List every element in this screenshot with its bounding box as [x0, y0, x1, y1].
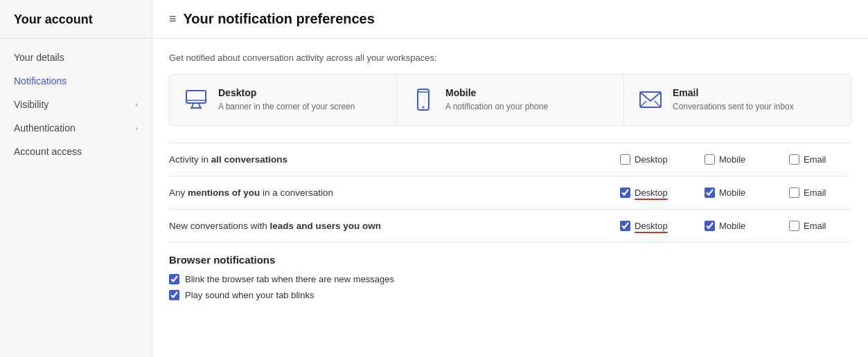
checkbox-label-all-conversations-email: Email	[804, 154, 826, 165]
browser-notif-item-play-sound: Play sound when your tab blinks	[169, 290, 851, 300]
checkbox-label-all-conversations-mobile: Mobile	[719, 154, 745, 165]
svg-line-9	[640, 101, 646, 107]
main-body: Get notified about conversation activity…	[152, 39, 868, 331]
notif-checkbox-mentions-mobile[interactable]: Mobile	[705, 187, 767, 198]
checkbox-leads-users-mobile[interactable]	[705, 221, 715, 231]
browser-notifications-section: Browser notifications Blink the browser …	[169, 243, 851, 317]
desktop-channel-info: DesktopA banner in the corner of your sc…	[218, 87, 355, 113]
browser-notif-label-play-sound: Play sound when your tab blinks	[185, 290, 314, 300]
sidebar-nav: Your detailsNotificationsVisibility›Auth…	[0, 39, 152, 170]
channel-card-mobile: MobileA notification on your phone	[397, 75, 624, 125]
chevron-right-icon: ›	[135, 124, 138, 132]
notif-checkbox-all-conversations-mobile[interactable]: Mobile	[705, 154, 767, 165]
checkbox-play-sound[interactable]	[169, 290, 179, 300]
notif-checkboxes-all-conversations: DesktopMobileEmail	[620, 154, 851, 165]
email-channel-icon	[638, 87, 663, 112]
underline-mentions-desktop: Desktop	[635, 187, 668, 198]
desktop-channel-icon	[184, 87, 209, 112]
checkbox-all-conversations-mobile[interactable]	[705, 154, 715, 165]
notif-label-mentions: Any mentions of you in a conversation	[169, 187, 620, 198]
sidebar-item-account-access[interactable]: Account access	[0, 140, 152, 163]
channel-cards: DesktopA banner in the corner of your sc…	[169, 74, 851, 126]
checkbox-mentions-desktop[interactable]	[620, 187, 630, 198]
mobile-channel-info: MobileA notification on your phone	[445, 87, 548, 113]
svg-point-6	[423, 107, 425, 109]
desktop-channel-label: Desktop	[218, 87, 355, 98]
checkbox-label-mentions-mobile: Mobile	[719, 187, 745, 198]
svg-line-1	[192, 103, 193, 108]
sidebar-item-label: Authentication	[14, 122, 76, 134]
notif-label-all-conversations: Activity in all conversations	[169, 154, 620, 165]
notif-checkbox-mentions-desktop[interactable]: Desktop	[620, 187, 682, 198]
mobile-channel-description: A notification on your phone	[445, 101, 548, 113]
notif-checkbox-leads-users-mobile[interactable]: Mobile	[705, 221, 767, 231]
checkbox-all-conversations-email[interactable]	[789, 154, 799, 165]
page-title: Your notification preferences	[184, 11, 375, 27]
notif-checkbox-leads-users-desktop[interactable]: Desktop	[620, 221, 682, 231]
checkbox-mentions-mobile[interactable]	[705, 187, 715, 198]
email-channel-info: EmailConversations sent to your inbox	[673, 87, 794, 113]
email-channel-description: Conversations sent to your inbox	[673, 101, 794, 113]
hamburger-icon[interactable]: ≡	[169, 12, 177, 26]
notif-row-leads-users: New conversations with leads and users y…	[169, 210, 851, 243]
notif-checkbox-mentions-email[interactable]: Email	[789, 187, 851, 198]
sidebar-item-label: Account access	[14, 146, 82, 157]
email-channel-label: Email	[673, 87, 794, 98]
svg-line-10	[655, 101, 661, 107]
channel-card-email: EmailConversations sent to your inbox	[624, 75, 851, 125]
checkbox-label-mentions-email: Email	[804, 187, 826, 198]
notif-label-bold-leads-users: leads and users you own	[270, 221, 382, 231]
sidebar-item-visibility[interactable]: Visibility›	[0, 93, 152, 116]
mobile-channel-label: Mobile	[445, 87, 548, 98]
checkbox-label-leads-users-email: Email	[804, 221, 826, 231]
notif-row-mentions: Any mentions of you in a conversationDes…	[169, 176, 851, 210]
notif-label-bold-mentions: mentions of you	[188, 187, 260, 198]
checkbox-blink-tab[interactable]	[169, 274, 179, 284]
notif-checkbox-all-conversations-email[interactable]: Email	[789, 154, 851, 165]
notif-label-bold-all-conversations: all conversations	[211, 154, 287, 165]
browser-notifications-title: Browser notifications	[169, 254, 851, 266]
checkbox-label-leads-users-mobile: Mobile	[719, 221, 745, 231]
checkbox-leads-users-email[interactable]	[789, 221, 799, 231]
checkbox-label-mentions-desktop: Desktop	[635, 187, 668, 198]
browser-notif-item-blink-tab: Blink the browser tab when there are new…	[169, 274, 851, 284]
main-content: ≡ Your notification preferences Get noti…	[152, 0, 868, 357]
underline-leads-users-desktop: Desktop	[635, 221, 668, 231]
notif-row-all-conversations: Activity in all conversationsDesktopMobi…	[169, 143, 851, 176]
sidebar-title: Your account	[0, 0, 152, 39]
main-header: ≡ Your notification preferences	[152, 0, 868, 39]
notif-label-leads-users: New conversations with leads and users y…	[169, 221, 620, 231]
email-icon	[638, 87, 663, 112]
checkbox-all-conversations-desktop[interactable]	[620, 154, 630, 165]
sidebar-item-label: Your details	[14, 52, 64, 63]
mobile-channel-icon	[411, 87, 436, 112]
checkbox-mentions-email[interactable]	[789, 187, 799, 198]
notif-checkboxes-mentions: DesktopMobileEmail	[620, 187, 851, 198]
desktop-channel-description: A banner in the corner of your screen	[218, 101, 355, 113]
chevron-right-icon: ›	[135, 100, 138, 109]
sidebar: Your account Your detailsNotificationsVi…	[0, 0, 152, 357]
desktop-icon	[184, 87, 209, 112]
notification-section: Activity in all conversationsDesktopMobi…	[169, 143, 851, 243]
checkbox-label-leads-users-desktop: Desktop	[635, 221, 668, 231]
browser-notifications-items: Blink the browser tab when there are new…	[169, 274, 851, 300]
svg-line-2	[199, 103, 200, 108]
notif-checkbox-leads-users-email[interactable]: Email	[789, 221, 851, 231]
mobile-icon	[411, 87, 436, 112]
sidebar-item-authentication[interactable]: Authentication›	[0, 116, 152, 140]
browser-notif-label-blink-tab: Blink the browser tab when there are new…	[185, 274, 394, 284]
sidebar-item-label: Notifications	[14, 75, 67, 86]
channel-card-desktop: DesktopA banner in the corner of your sc…	[170, 75, 397, 125]
checkbox-leads-users-desktop[interactable]	[620, 221, 630, 231]
checkbox-label-all-conversations-desktop: Desktop	[635, 154, 668, 165]
svg-rect-0	[186, 91, 206, 103]
sidebar-item-your-details[interactable]: Your details	[0, 46, 152, 69]
sidebar-item-notifications[interactable]: Notifications	[0, 69, 152, 93]
notif-checkboxes-leads-users: DesktopMobileEmail	[620, 221, 851, 231]
sidebar-item-label: Visibility	[14, 99, 48, 110]
subtitle: Get notified about conversation activity…	[169, 53, 851, 63]
notif-checkbox-all-conversations-desktop[interactable]: Desktop	[620, 154, 682, 165]
